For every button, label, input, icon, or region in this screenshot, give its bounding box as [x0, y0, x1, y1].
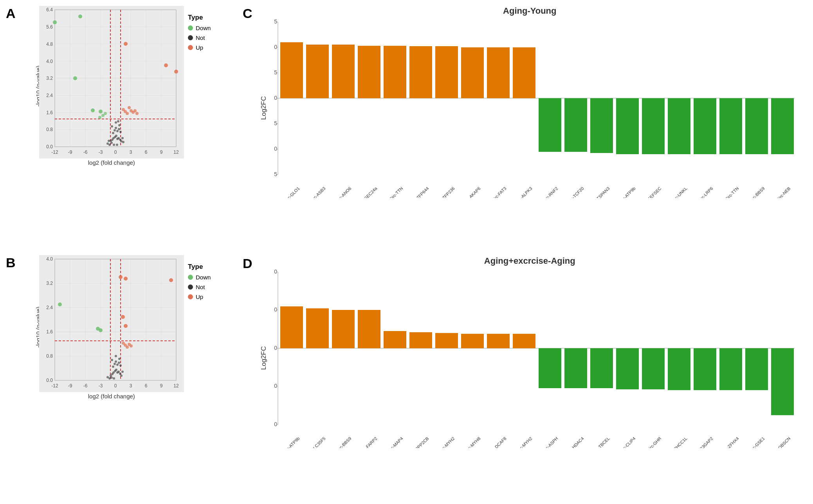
svg-rect-208 — [771, 98, 794, 154]
svg-text:-12: -12 — [51, 149, 58, 155]
svg-text:Circ-TTN: Circ-TTN — [724, 186, 739, 198]
right-panel: C Aging-Young Log2FC — [231, 0, 813, 504]
svg-text:2.4: 2.4 — [46, 93, 53, 98]
svg-text:6.4: 6.4 — [46, 7, 53, 13]
svg-text:2.4: 2.4 — [46, 305, 53, 310]
svg-text:Circ-BBS9: Circ-BBS9 — [334, 436, 352, 448]
svg-text:-6: -6 — [83, 383, 87, 389]
svg-point-152 — [113, 377, 115, 380]
svg-rect-180 — [409, 46, 432, 98]
svg-point-143 — [112, 365, 114, 368]
svg-text:Circ-MAP4: Circ-MAP4 — [386, 436, 404, 448]
volcano-B-x-label: log2 (fold change) — [39, 393, 184, 400]
svg-text:Circ-ZFP236: Circ-ZFP236 — [435, 186, 456, 198]
svg-text:Circ-FARP2: Circ-FARP2 — [359, 436, 378, 448]
svg-rect-244 — [564, 348, 587, 388]
svg-text:Circ-CLIP4: Circ-CLIP4 — [618, 436, 636, 448]
svg-point-127 — [124, 324, 128, 328]
svg-text:Circ-ZFHX4: Circ-ZFHX4 — [720, 436, 740, 448]
svg-text:Circ-TBCEL: Circ-TBCEL — [591, 436, 610, 448]
svg-text:12: 12 — [173, 383, 179, 389]
svg-rect-206 — [745, 98, 768, 154]
svg-text:Circ-MYH8: Circ-MYH8 — [463, 436, 481, 448]
svg-point-120 — [58, 302, 62, 306]
svg-text:Circ-ALPK3: Circ-ALPK3 — [514, 186, 533, 198]
svg-text:Circ-SEC24a: Circ-SEC24a — [357, 186, 378, 198]
svg-point-84 — [108, 140, 110, 142]
svg-text:Circ-ASB3: Circ-ASB3 — [308, 186, 326, 198]
svg-text:-9: -9 — [68, 383, 72, 389]
svg-text:20: 20 — [274, 268, 277, 275]
svg-text:4.8: 4.8 — [46, 41, 53, 47]
svg-text:-15: -15 — [274, 171, 277, 177]
volcano-A-plot: 0.0 0.8 1.6 2.4 3.2 4.0 4.8 5.6 6.4 -12 — [39, 6, 184, 158]
svg-rect-236 — [461, 334, 484, 348]
volcano-A-x-label: log2 (fold change) — [39, 159, 184, 166]
svg-text:0: 0 — [114, 383, 117, 389]
svg-point-46 — [101, 114, 105, 117]
svg-point-147 — [118, 362, 120, 364]
svg-point-122 — [99, 328, 103, 332]
legend-B-title: Type — [188, 263, 231, 271]
svg-point-83 — [117, 120, 119, 122]
svg-point-41 — [78, 14, 82, 18]
svg-point-123 — [119, 275, 123, 279]
svg-rect-256 — [719, 348, 742, 390]
svg-point-141 — [120, 374, 123, 377]
svg-rect-196 — [616, 98, 639, 154]
svg-text:Circ-NEB: Circ-NEB — [775, 186, 791, 198]
svg-rect-238 — [487, 334, 510, 348]
svg-text:-12: -12 — [51, 383, 58, 389]
svg-rect-192 — [564, 98, 587, 152]
legend-A-not: Not — [188, 34, 231, 41]
svg-text:6: 6 — [144, 383, 147, 389]
svg-rect-202 — [694, 98, 716, 154]
svg-text:Circ-RNF2: Circ-RNF2 — [541, 186, 559, 198]
panel-B: B -log10 (p-value) — [6, 255, 231, 499]
svg-rect-240 — [513, 334, 535, 348]
svg-text:1.6: 1.6 — [46, 110, 53, 115]
svg-rect-226 — [332, 310, 355, 348]
svg-text:Circ-SLC35F5: Circ-SLC35F5 — [303, 436, 326, 448]
svg-point-40 — [53, 20, 57, 24]
svg-point-132 — [130, 344, 133, 347]
svg-rect-224 — [306, 308, 329, 348]
svg-text:Circ-DCAF8: Circ-DCAF8 — [487, 436, 507, 448]
svg-text:0.0: 0.0 — [46, 378, 53, 383]
svg-point-75 — [108, 144, 111, 146]
svg-rect-188 — [513, 47, 535, 98]
svg-point-78 — [113, 144, 115, 146]
svg-text:3.2: 3.2 — [46, 281, 53, 286]
svg-text:Circ-ANO6: Circ-ANO6 — [334, 186, 352, 198]
panel-C-label: C — [243, 6, 252, 21]
svg-text:Circ-BBS9: Circ-BBS9 — [748, 186, 765, 198]
svg-point-43 — [91, 108, 95, 112]
svg-text:Circ-OBSCN: Circ-OBSCN — [771, 436, 791, 448]
svg-point-73 — [118, 128, 120, 130]
svg-point-44 — [99, 110, 103, 113]
legend-A-title: Type — [188, 14, 231, 22]
svg-text:3: 3 — [129, 149, 132, 155]
svg-point-146 — [116, 364, 119, 366]
svg-text:15: 15 — [274, 18, 277, 25]
svg-rect-260 — [771, 348, 794, 415]
svg-text:Circ-UNKL: Circ-UNKL — [670, 186, 688, 198]
svg-text:5: 5 — [274, 69, 277, 76]
svg-point-80 — [111, 125, 113, 128]
svg-point-74 — [119, 131, 122, 133]
svg-text:Circ-ZFP644: Circ-ZFP644 — [409, 186, 430, 198]
legend-A-down-label: Down — [196, 25, 211, 31]
svg-text:0: 0 — [114, 149, 117, 155]
svg-point-72 — [116, 130, 119, 132]
svg-text:10: 10 — [274, 44, 277, 50]
svg-point-63 — [115, 135, 117, 137]
svg-rect-246 — [590, 348, 613, 388]
svg-point-144 — [114, 363, 116, 365]
svg-rect-254 — [694, 348, 716, 390]
svg-point-145 — [115, 360, 117, 363]
svg-text:5.6: 5.6 — [46, 24, 53, 30]
svg-point-151 — [106, 376, 109, 378]
bar-chart-C-title: Aging-Young — [254, 6, 805, 16]
svg-text:-10: -10 — [274, 146, 277, 152]
legend-A-up-label: Up — [196, 44, 203, 51]
